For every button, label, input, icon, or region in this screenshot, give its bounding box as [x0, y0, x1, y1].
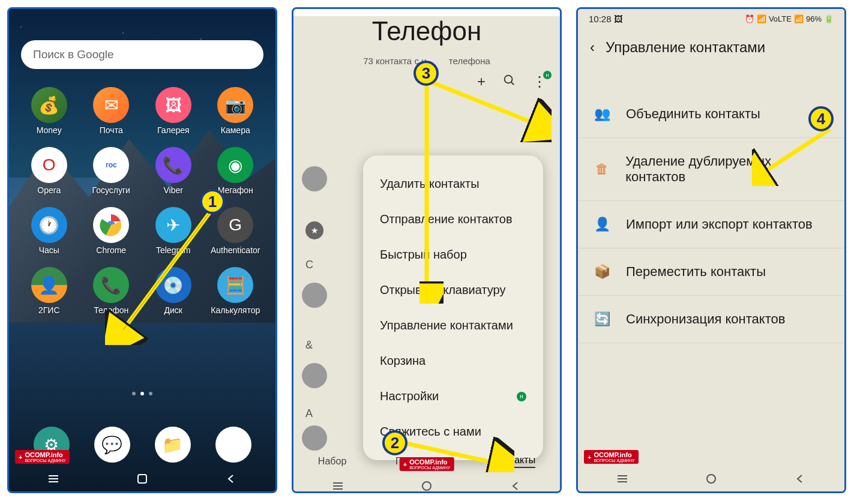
nav-recent-icon[interactable]: [615, 472, 630, 486]
contact-avatar[interactable]: [302, 283, 327, 308]
nav-bar: [293, 473, 560, 493]
app-telegram[interactable]: ✈Telegram: [145, 207, 202, 255]
section-letter: А: [305, 407, 313, 420]
menu-settings[interactable]: Настройкин: [363, 379, 543, 414]
nav-home-icon[interactable]: [135, 472, 149, 486]
contact-avatar[interactable]: [302, 166, 327, 191]
dock-apps-folder-icon[interactable]: ◇◇◇◇: [215, 427, 251, 463]
app-megafon[interactable]: ◉Мегафон: [208, 147, 264, 195]
nav-recent-icon[interactable]: [331, 479, 345, 493]
menu-manage-contacts[interactable]: Управление контактами: [363, 308, 543, 343]
app-opera[interactable]: OOpera: [21, 147, 77, 195]
item-import-export[interactable]: 👤Импорт или экспорт контактов: [578, 201, 844, 248]
sync-icon: 🔄: [592, 311, 612, 327]
nav-back-icon[interactable]: [224, 472, 238, 486]
tab-contacts[interactable]: Контакты: [494, 455, 535, 468]
svg-point-8: [422, 482, 431, 490]
section-letter: С: [305, 259, 313, 271]
page-indicator: [9, 392, 275, 395]
search-icon[interactable]: [502, 73, 516, 90]
phone-home: Поиск в Google 💰Money ✉Почта 🖼Галерея 📷К…: [7, 7, 277, 493]
app-viber[interactable]: 📞Viber: [145, 147, 202, 195]
add-contact-icon[interactable]: +: [477, 73, 486, 90]
callout-3: 3: [413, 61, 439, 86]
item-sync-contacts[interactable]: 🔄Синхронизация контактов: [578, 296, 844, 343]
menu-send-contacts[interactable]: Отправление контактов: [363, 202, 543, 237]
back-icon[interactable]: ‹: [590, 39, 595, 56]
wifi-icon: 📶: [757, 14, 766, 23]
callout-1: 1: [200, 189, 225, 214]
signal-icon: 📶: [794, 14, 804, 23]
contact-avatar[interactable]: [302, 363, 327, 388]
status-time: 10:28: [589, 14, 612, 24]
nav-recent-icon[interactable]: [46, 472, 61, 486]
app-phone[interactable]: 📞Телефон: [83, 267, 140, 315]
svg-rect-2: [138, 475, 146, 483]
svg-point-15: [707, 475, 715, 483]
context-menu: Удалить контакты Отправление контактов Б…: [363, 155, 543, 460]
callout-2: 2: [382, 430, 407, 455]
search-placeholder: Поиск в Google: [33, 48, 114, 61]
svg-point-6: [505, 76, 513, 83]
duplicate-icon: 🗑: [592, 161, 611, 177]
nav-home-icon[interactable]: [704, 472, 718, 486]
svg-line-7: [511, 82, 514, 85]
app-clock[interactable]: 🕐Часы: [21, 207, 77, 255]
app-camera[interactable]: 📷Камера: [208, 87, 264, 135]
nav-bar: [578, 466, 844, 491]
menu-open-keyboard[interactable]: Открывать клавиатуру: [363, 272, 543, 308]
page-title: Телефон: [293, 16, 560, 46]
overflow-menu-icon[interactable]: ⋮н: [532, 73, 547, 90]
move-icon: 📦: [592, 264, 612, 280]
nav-home-icon[interactable]: [419, 479, 434, 493]
tab-dial[interactable]: Набор: [318, 456, 346, 467]
import-export-icon: 👤: [592, 217, 612, 232]
app-money[interactable]: 💰Money: [21, 87, 77, 135]
alarm-icon: ⏰: [745, 14, 754, 23]
phone-contacts: Телефон 73 контакта с н телефона + ⋮н ★ …: [292, 7, 562, 493]
app-calculator[interactable]: 🧮Калькулятор: [208, 267, 264, 315]
phone-manage-contacts: 10:28 🖼 ⏰📶VoLTE📶96%🔋 ‹ Управление контак…: [576, 7, 846, 493]
app-gosuslugi[interactable]: госГосуслуги: [83, 147, 140, 195]
nav-bar: [9, 466, 275, 491]
app-gallery[interactable]: 🖼Галерея: [145, 87, 202, 135]
contact-avatar[interactable]: [302, 425, 327, 451]
menu-trash[interactable]: Корзина: [363, 343, 543, 379]
battery-pct: 96%: [806, 14, 822, 23]
app-chrome[interactable]: Chrome: [83, 207, 140, 255]
watermark: + OCOMP.infoВОПРОСЫ АДМИНУ: [584, 450, 639, 464]
menu-delete-contacts[interactable]: Удалить контакты: [363, 166, 543, 202]
menu-speed-dial[interactable]: Быстрый набор: [363, 237, 543, 272]
nav-back-icon[interactable]: [793, 472, 807, 486]
item-delete-duplicates[interactable]: 🗑Удаление дублируемых контактов: [578, 138, 844, 201]
dock-messages-icon[interactable]: 💬: [94, 427, 130, 463]
favorites-star-icon: ★: [305, 221, 323, 239]
app-2gis[interactable]: 👤2ГИС: [21, 267, 77, 315]
google-search[interactable]: Поиск в Google: [21, 40, 263, 69]
app-mail[interactable]: ✉Почта: [83, 87, 140, 135]
item-move-contacts[interactable]: 📦Переместить контакты: [578, 248, 844, 296]
nav-back-icon[interactable]: [508, 479, 523, 493]
app-disk[interactable]: 💿Диск: [145, 267, 202, 315]
dock-files-icon[interactable]: 📁: [155, 427, 191, 463]
section-letter: &: [305, 339, 313, 352]
app-authenticator[interactable]: GAuthenticator: [208, 207, 264, 255]
watermark: + OCOMP.infoВОПРОСЫ АДМИНУ: [400, 457, 454, 471]
watermark: + OCOMP.infoВОПРОСЫ АДМИНУ: [15, 450, 70, 464]
status-bar: 10:28 🖼 ⏰📶VoLTE📶96%🔋: [578, 9, 844, 28]
callout-4: 4: [808, 106, 834, 131]
merge-icon: 👥: [592, 106, 612, 122]
item-merge-contacts[interactable]: 👥Объединить контакты: [578, 91, 844, 138]
page-title: Управление контактами: [606, 39, 765, 56]
